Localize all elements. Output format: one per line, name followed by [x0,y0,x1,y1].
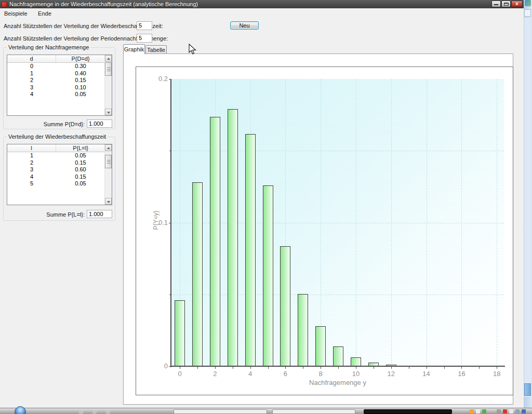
x-tick [409,367,409,369]
cell-d: 4 [7,91,56,98]
quicklaunch-icon[interactable] [92,410,97,414]
scroll-down-button[interactable] [105,198,112,205]
scroll-up-icon [107,58,110,60]
window-title: Nachfragemenge in der Wiederbeschaffungs… [9,0,198,8]
x-tick [391,367,392,369]
x-tick [479,367,480,369]
demand-table[interactable]: d P{D=d} 00.30 10.40 20.15 30.10 40.05 [7,55,112,116]
scroll-thumb[interactable] [105,62,112,76]
x-tick-label: 16 [454,370,469,378]
chart-bar [280,246,290,366]
chart-bar [192,182,203,366]
y-tick-label: 0.2 [150,75,168,83]
table-row[interactable]: 30.10 [7,84,112,91]
groupbox-nachfragemenge-title: Verteilung der Nachfragemenge [7,44,90,50]
leadtime-table-scrollbar[interactable] [104,144,112,205]
tray-icon[interactable] [522,409,526,413]
table-row[interactable]: 10.05 [7,152,112,159]
cell-p: 0.40 [56,70,105,77]
background-scroll-track[interactable] [524,18,531,397]
demand-sum-value[interactable]: 1.000 [87,119,112,128]
table-row[interactable]: 20.15 [7,77,112,84]
tab-graphik[interactable]: Graphik [123,44,145,54]
x-tick [497,367,497,369]
x-axis [170,366,505,367]
scroll-down-button[interactable] [105,109,112,115]
tray-icon[interactable] [515,409,520,413]
table-row[interactable]: 30.60 [7,166,112,173]
y-tick [169,295,171,295]
mouse-cursor [189,44,198,55]
scroll-up-button[interactable] [105,55,112,62]
start-button[interactable] [15,406,26,414]
leadtime-sum-value[interactable]: 1.000 [87,210,112,218]
cell-p: 0.60 [56,166,105,173]
tab-tabelle[interactable]: Tabelle [145,45,167,54]
taskbar-window-button[interactable] [272,409,355,414]
background-window-strip [524,0,532,408]
horizontal-gridline [171,223,504,223]
menu-item-ende[interactable]: Ende [34,9,56,18]
close-button[interactable]: × [511,1,523,7]
leadtime-col-p: P{L=l} [56,144,105,152]
x-tick-label: 0 [172,370,188,378]
minimize-icon [494,4,498,5]
scroll-up-button[interactable] [105,144,112,151]
neu-button[interactable]: Neu [230,21,259,30]
groupbox-nachfragemenge: Verteilung der Nachfragemenge d P{D=d} 0… [3,47,115,129]
quicklaunch-icon[interactable] [106,410,110,414]
tab-page-graphik: 00.10.2024681012141618 P{Y=y} Nachfragem… [123,54,513,405]
x-tick [268,367,269,369]
background-app-icon [525,0,531,6]
x-tick-label: 2 [207,370,223,378]
minimize-button[interactable] [491,1,501,7]
scroll-thumb[interactable] [105,155,112,168]
tray-icon[interactable] [503,409,507,413]
y-tick [169,223,171,223]
x-tick [374,367,374,369]
background-scroll-thumb[interactable] [524,383,531,396]
cell-p: 0.15 [56,77,105,84]
param-input-periodennachfragemenge[interactable]: 5 [137,34,152,43]
chart-bar [315,326,326,366]
table-row[interactable]: 40.15 [7,173,112,181]
titlebar: Nachfragemenge in der Wiederbeschaffungs… [0,0,524,8]
x-tick-label: 14 [419,370,434,378]
x-tick [233,367,233,369]
menu-item-beispiele[interactable]: Beispiele [0,9,32,18]
y-tick [169,79,171,79]
x-tick-label: 6 [277,370,293,378]
leadtime-table-header: l P{L=l} [7,144,112,152]
app-window: Nachfragemenge in der Wiederbeschaffungs… [0,0,524,408]
table-row[interactable]: 40.05 [7,91,112,98]
demand-table-scrollbar[interactable] [104,55,112,115]
taskbar [0,408,532,414]
cell-p: 0.10 [56,84,105,91]
tray-icon[interactable] [509,409,513,413]
tray-icon[interactable] [482,409,486,413]
horizontal-gridline [171,295,504,295]
background-scroll-up-button[interactable] [524,9,531,17]
tray-icon[interactable] [470,409,474,413]
x-tick [356,367,356,369]
quicklaunch-icon[interactable] [79,410,83,414]
tray-icon[interactable] [497,409,501,413]
taskbar-active-window-button[interactable] [364,409,452,414]
maximize-button[interactable] [501,1,511,7]
x-tick [303,367,303,369]
table-row[interactable]: 10.40 [7,70,112,77]
taskbar-window-button[interactable] [174,409,267,414]
demand-sum-label: Summe P{D=d}: [21,121,85,127]
leadtime-col-l: l [7,144,56,152]
tray-icon[interactable] [476,409,480,413]
x-tick [461,367,462,369]
table-row[interactable]: 20.15 [7,159,112,167]
table-row[interactable]: 50.05 [7,180,112,188]
table-row[interactable]: 00.30 [7,63,112,70]
app-icon [2,2,7,7]
y-axis [170,79,171,367]
param-input-wiederbeschaffungszeit[interactable]: 5 [137,21,152,30]
x-tick [444,367,445,369]
x-tick [321,367,321,369]
leadtime-table[interactable]: l P{L=l} 10.05 20.15 30.60 40.15 50.05 [7,144,112,205]
